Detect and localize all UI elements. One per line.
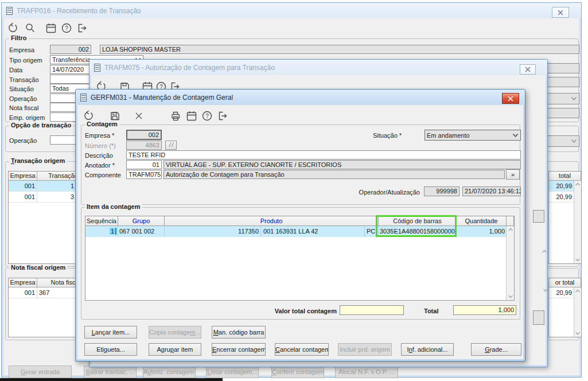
baixar-transacao-button[interactable]: Baixar transac. ... bbox=[84, 366, 137, 378]
scrollbar[interactable] bbox=[574, 287, 581, 337]
etiqueta-button[interactable]: Etiqueta... bbox=[84, 343, 137, 356]
componente-field[interactable]: TRAFM075 bbox=[126, 170, 162, 179]
scroll-down-icon[interactable] bbox=[542, 288, 550, 293]
col-valor-total[interactable]: or total bbox=[549, 278, 581, 287]
valor-total-contagem-field[interactable] bbox=[340, 305, 404, 315]
taskbar-fragment bbox=[0, 378, 223, 381]
scroll-down-icon[interactable] bbox=[574, 331, 581, 336]
cancel-icon[interactable] bbox=[133, 110, 145, 122]
gerfm031-titlebar[interactable]: GERFM031 - Manutenção de Contagem Geral bbox=[76, 90, 525, 105]
copia-contagem-button[interactable]: Copia contagem... bbox=[149, 326, 201, 339]
cell-total: 20,99 bbox=[549, 287, 574, 298]
svg-text:?: ? bbox=[205, 113, 209, 119]
anotador-desc-field: VIRTUAL AGE - SUP. EXTERNO CIANORTE / ES… bbox=[163, 160, 521, 169]
listar-contagem-button[interactable]: Listar contagem... bbox=[206, 366, 259, 378]
document-icon bbox=[94, 64, 100, 72]
undo-icon[interactable] bbox=[7, 22, 20, 34]
cell-total: 20,99 bbox=[549, 181, 574, 192]
gerar-entrada-button[interactable]: Gerar entrada bbox=[9, 366, 72, 378]
contagem-legend: Contagem bbox=[85, 120, 119, 127]
right-field-fragment bbox=[547, 77, 579, 87]
slashes-icon bbox=[167, 141, 175, 148]
nota-fiscal-total-grid: or total 20,99 bbox=[548, 278, 582, 337]
trafp016-titlebar[interactable]: TRAFP016 - Recebimento de Transação bbox=[2, 3, 581, 18]
conferir-contagem-button[interactable]: Conferir contagem... bbox=[271, 366, 324, 378]
trafp016-title: TRAFP016 - Recebimento de Transação bbox=[17, 7, 141, 15]
cell-total: 20,99 bbox=[549, 192, 574, 203]
right-dropdown-fragment[interactable] bbox=[547, 93, 579, 104]
window-gerfm031: GERFM031 - Manutenção de Contagem Geral … bbox=[75, 89, 525, 361]
situacao-label: Situação * bbox=[373, 131, 402, 139]
cell-empresa: 001 bbox=[9, 192, 37, 203]
calendar-icon[interactable] bbox=[185, 110, 198, 122]
cell-sequencia: 1 bbox=[85, 226, 118, 237]
col-quantidade[interactable]: Quantidade bbox=[457, 216, 507, 226]
cancelar-contagem-button[interactable]: Cancelar contagem bbox=[275, 343, 329, 356]
empresa-label: Empresa bbox=[9, 46, 34, 54]
atualizacao-field: 21/07/2020 13:46:12 bbox=[462, 186, 521, 196]
scroll-up-icon[interactable] bbox=[574, 289, 581, 293]
autorizar-contagem-button[interactable]: Autoriz. contagem... bbox=[143, 366, 196, 378]
trafm075-title: TRAFM075 - Autorização de Contagem para … bbox=[104, 64, 275, 72]
col-sequencia[interactable]: Sequência bbox=[85, 216, 118, 226]
incluir-prd-origem-button[interactable]: Incluir prd. origem bbox=[338, 343, 392, 356]
trafm075-titlebar[interactable]: TRAFM075 - Autorização de Contagem para … bbox=[89, 60, 547, 75]
help-icon[interactable]: ? bbox=[201, 110, 213, 122]
componente-expand-button[interactable]: » bbox=[506, 169, 520, 180]
scroll-up-icon[interactable] bbox=[574, 182, 581, 186]
cell-grupo: 067 001 002 bbox=[118, 226, 165, 237]
empresa-code-field[interactable]: 002 bbox=[50, 45, 91, 54]
gerfm031-title: GERFM031 - Manutenção de Contagem Geral bbox=[91, 94, 233, 102]
grade-button[interactable]: Grade... bbox=[471, 343, 521, 356]
descricao-field[interactable]: TESTE RFID bbox=[126, 150, 521, 160]
empresa-name-field: LOJA SHOPPING MASTER bbox=[100, 45, 579, 54]
print-icon[interactable] bbox=[169, 110, 182, 122]
scroll-down-icon[interactable] bbox=[574, 258, 581, 262]
man-codigo-barra-button[interactable]: Man. código barra bbox=[212, 326, 266, 339]
help-icon[interactable]: ? bbox=[60, 22, 73, 34]
document-icon bbox=[80, 94, 87, 102]
scroll-up-icon[interactable] bbox=[540, 249, 548, 254]
scroll-down-icon[interactable] bbox=[507, 294, 514, 299]
numero-field: 4863 bbox=[126, 141, 162, 150]
trafm075-close-button[interactable] bbox=[520, 64, 536, 75]
anotador-field[interactable]: 01 bbox=[126, 160, 162, 169]
encerrar-contagem-button[interactable]: Encerrar contagem bbox=[212, 343, 266, 356]
document-icon bbox=[6, 7, 13, 15]
situacao-select[interactable]: Em andamento bbox=[425, 130, 521, 141]
situacao-label: Situação bbox=[9, 85, 34, 93]
field-fragment bbox=[533, 210, 544, 223]
transacao-field[interactable] bbox=[50, 75, 91, 84]
close-icon bbox=[558, 10, 563, 15]
nota-fiscal-label: Nota fiscal bbox=[9, 104, 38, 112]
col-empresa[interactable]: Empresa bbox=[9, 278, 37, 287]
lancar-item-button[interactable]: Lançar item... bbox=[84, 326, 137, 339]
col-grupo[interactable]: Grupo bbox=[118, 216, 165, 226]
exit-icon[interactable] bbox=[216, 110, 228, 122]
exit-icon[interactable] bbox=[75, 22, 88, 34]
col-empresa[interactable]: Empresa bbox=[9, 172, 37, 181]
inf-adicional-button[interactable]: Inf. adicional... bbox=[401, 343, 454, 356]
gerfm031-close-button[interactable] bbox=[502, 93, 519, 104]
valor-total-contagem-label: Valor total contagem bbox=[256, 307, 337, 315]
filtro-legend: Filtro bbox=[9, 34, 29, 41]
componente-label: Componente bbox=[85, 171, 121, 179]
trafp016-close-button[interactable] bbox=[552, 7, 569, 18]
col-produto[interactable]: Produto bbox=[165, 216, 379, 226]
search-icon[interactable] bbox=[24, 22, 37, 34]
screen: { "back": { "title": "TRAFP016 - Recebim… bbox=[0, 0, 588, 381]
opcao-transacao-legend: Opção de transação bbox=[9, 122, 73, 129]
chevron-down-icon bbox=[512, 133, 519, 138]
numero-label: Número (*) bbox=[85, 142, 116, 150]
col-valor-total[interactable]: total bbox=[549, 172, 581, 181]
numero-lookup-button[interactable] bbox=[165, 141, 177, 150]
alocar-nf-op-button[interactable]: Alocar N.F. x O.P. ... bbox=[335, 366, 398, 378]
scroll-up-icon[interactable] bbox=[507, 227, 514, 232]
data-field[interactable]: 14/07/2020 bbox=[50, 65, 91, 74]
opcao-right-dropdown[interactable] bbox=[547, 135, 579, 147]
scrollbar[interactable] bbox=[574, 181, 581, 263]
scrollbar[interactable] bbox=[506, 226, 514, 300]
calendar-icon[interactable] bbox=[45, 22, 57, 34]
empresa-field[interactable]: 002 bbox=[126, 130, 162, 140]
agrupar-item-button[interactable]: Agrupar item bbox=[149, 343, 201, 356]
